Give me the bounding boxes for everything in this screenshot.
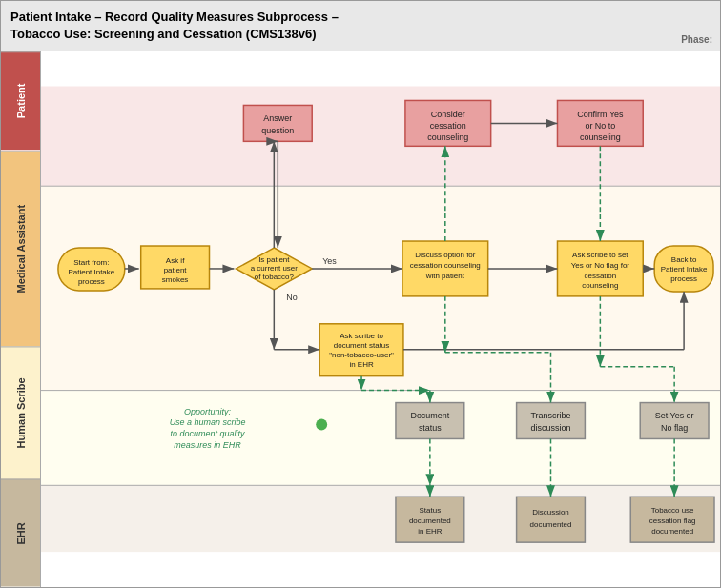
lane-labels: Patient Medical Assistant Human Scribe E… xyxy=(1,51,41,587)
tobacco-flag-text-1: Tobacco use xyxy=(651,507,694,516)
ask-scribe-doc-text-2: document status xyxy=(334,341,389,350)
tobacco-text-3: of tobacco? xyxy=(255,273,295,281)
answer-text-2: question xyxy=(261,126,294,135)
opportunity-dot xyxy=(316,419,327,431)
scribe-lane-bg xyxy=(41,391,720,486)
opportunity-text-3: to document quality xyxy=(171,430,245,439)
lane-label-scribe: Human Scribe xyxy=(1,346,40,479)
tobacco-flag-text-3: documented xyxy=(651,528,693,537)
start-text-1: Start from: xyxy=(73,258,109,267)
diagram-container: Patient Intake – Record Quality Measures… xyxy=(0,0,721,588)
ask-scribe-set-text-4: counseling xyxy=(582,281,618,290)
opportunity-text-1: Opportunity: xyxy=(184,407,231,416)
status-ehr-text-3: in EHR xyxy=(418,528,442,537)
ask-scribe-doc-text-4: in EHR xyxy=(349,360,373,369)
document-status-box xyxy=(396,403,464,439)
ask-scribe-set-text-1: Ask scribe to set xyxy=(572,251,628,259)
discuss-text-2: cessation counseling xyxy=(410,261,481,270)
phase-label: Phase: xyxy=(681,33,712,47)
discuss-text-3: with patient xyxy=(425,272,465,280)
start-text-2: Patient Intake xyxy=(68,268,114,276)
back-intake-text-3: process xyxy=(670,274,697,283)
yes-label: Yes xyxy=(322,256,337,266)
diagram-content: Start from: Patient Intake process Ask i… xyxy=(41,51,720,587)
opportunity-text-2: Use a human scribe xyxy=(170,418,246,428)
set-flag-box xyxy=(640,403,709,439)
consider-text-1: Consider xyxy=(431,110,465,119)
back-intake-text-1: Back to xyxy=(671,255,697,264)
discussion-doc-text-2: documented xyxy=(530,521,572,530)
document-status-text-2: status xyxy=(419,423,442,433)
answer-question-box xyxy=(243,106,312,142)
confirm-text-2: or No to xyxy=(585,121,615,131)
start-text-3: process xyxy=(78,277,105,286)
ask-scribe-set-text-3: cessation xyxy=(585,272,617,280)
lane-label-ehr: EHR xyxy=(1,479,40,587)
lane-label-patient: Patient xyxy=(1,51,40,150)
lane-label-medical: Medical Assistant xyxy=(1,151,40,346)
ask-smokes-text-1: Ask if xyxy=(166,256,185,265)
confirm-text-1: Confirm Yes xyxy=(577,110,624,119)
opportunity-text-4: measures in EHR xyxy=(174,441,241,451)
ehr-lane-bg xyxy=(41,486,720,553)
consider-text-3: counseling xyxy=(427,132,468,142)
ask-scribe-set-text-2: Yes or No flag for xyxy=(571,261,630,270)
transcribe-box xyxy=(517,403,586,439)
ask-smokes-text-2: patient xyxy=(164,266,188,274)
set-flag-text-2: No flag xyxy=(661,423,688,433)
document-status-text-1: Document xyxy=(410,411,449,420)
transcribe-text-2: discussion xyxy=(531,423,571,433)
back-intake-text-2: Patient Intake xyxy=(661,265,708,274)
diagram-title: Patient Intake – Record Quality Measures… xyxy=(10,10,339,41)
discussion-doc-text-1: Discussion xyxy=(532,509,569,517)
status-ehr-text-2: documented xyxy=(409,517,451,526)
ask-scribe-doc-text-1: Ask scribe to xyxy=(340,332,383,340)
diagram-area: Patient Medical Assistant Human Scribe E… xyxy=(1,51,720,587)
confirm-text-3: counseling xyxy=(580,132,621,142)
ask-scribe-doc-text-3: "non-tobacco-user" xyxy=(329,351,394,359)
transcribe-text-1: Transcribe xyxy=(530,411,570,420)
discussion-doc-box xyxy=(517,497,586,543)
no-label: No xyxy=(286,293,297,302)
set-flag-text-1: Set Yes or xyxy=(655,411,694,420)
ask-smokes-text-3: smokes xyxy=(162,275,188,284)
title-bar: Patient Intake – Record Quality Measures… xyxy=(1,1,720,51)
discuss-text-1: Discuss option for xyxy=(415,251,476,259)
diagram-svg: Start from: Patient Intake process Ask i… xyxy=(41,51,720,587)
consider-text-2: cessation xyxy=(430,121,466,131)
tobacco-flag-text-2: cessation flag xyxy=(649,517,696,526)
tobacco-text-1: Is patient xyxy=(258,255,290,264)
answer-text-1: Answer xyxy=(263,113,292,123)
status-ehr-text-1: Status xyxy=(420,507,442,516)
tobacco-text-2: a current user xyxy=(251,264,299,273)
